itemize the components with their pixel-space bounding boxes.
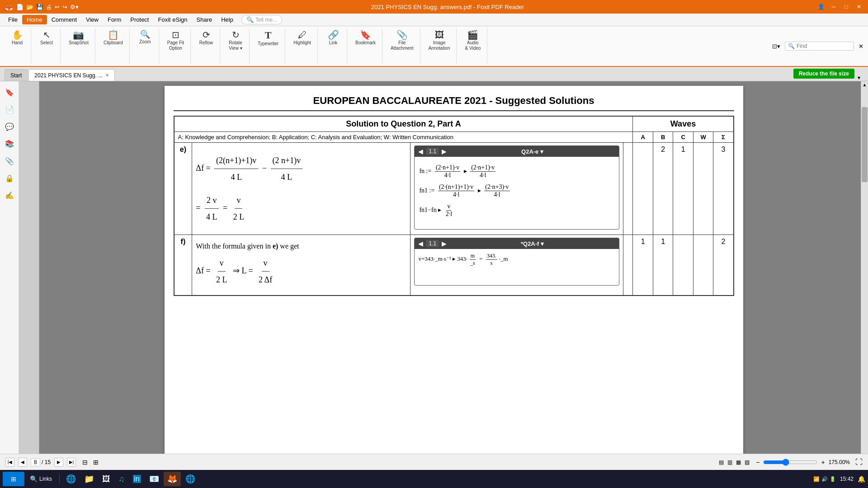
tab-dropdown-icon[interactable]: ▾ xyxy=(854,75,863,81)
title-settings[interactable]: ⚙▾ xyxy=(70,4,79,10)
view-spread-btn[interactable]: ▧ xyxy=(745,459,750,465)
scroll-up-btn[interactable]: ▲ xyxy=(861,81,868,88)
scroll-thumb[interactable] xyxy=(862,107,868,182)
search-button[interactable]: 🔍 Links xyxy=(25,472,57,486)
menu-file[interactable]: File xyxy=(4,15,22,24)
sidebar-security-icon[interactable]: 🔒 xyxy=(2,171,17,185)
reflow-btn[interactable]: ⟳ Reflow xyxy=(196,29,216,47)
menu-help[interactable]: Help xyxy=(217,15,238,24)
prev-page-btn[interactable]: ◀ xyxy=(18,458,27,467)
title-icon-undo[interactable]: ↩ xyxy=(55,4,60,10)
menu-view[interactable]: View xyxy=(81,15,103,24)
page-viewer[interactable]: EUROPEAN BACCALAUREATE 2021 - Suggested … xyxy=(39,81,868,470)
view-scroll-btn[interactable]: ▦ xyxy=(736,459,741,465)
highlight-icon: 🖊 xyxy=(298,30,307,39)
view-settings-icon[interactable]: ⊡▾ xyxy=(772,43,780,50)
sidebar-comment-icon[interactable]: 💬 xyxy=(2,119,17,134)
sidebar-bookmark-icon[interactable]: 🔖 xyxy=(2,85,17,99)
bookmark-btn[interactable]: 🔖 Bookmark xyxy=(353,29,378,47)
view-page-btn[interactable]: ⊞ xyxy=(93,459,99,466)
sidebar-signature-icon[interactable]: ✍ xyxy=(2,188,17,202)
taskbar-photos[interactable]: 🖼 xyxy=(99,472,114,486)
highlight-btn[interactable]: 🖊 Highlight xyxy=(291,29,314,47)
taskbar-sep-1 xyxy=(59,474,60,483)
link-btn[interactable]: 🔗 Link xyxy=(323,29,343,47)
taskbar-spotify[interactable]: ♫ xyxy=(115,472,128,486)
ribbon-group-imageannotation: 🖼 ImageAnnotation xyxy=(422,28,457,64)
ribbon-group-rotateview: ↻ RotateView ▾ xyxy=(222,28,250,64)
sound-icon[interactable]: 🔊 xyxy=(821,476,828,482)
title-icon-redo[interactable]: ↪ xyxy=(62,4,67,10)
tab-physics-label: 2021 PHYSICS EN Sugg. ... xyxy=(34,72,103,79)
scroll-track xyxy=(861,88,868,463)
menu-foxitesign[interactable]: Foxit eSign xyxy=(153,15,192,24)
title-icon-new[interactable]: 📄 xyxy=(16,4,24,10)
maximize-btn[interactable]: □ xyxy=(842,2,851,11)
ribbon-group-snapshot: 📷 SnapShot xyxy=(62,28,95,64)
reduce-file-size-btn[interactable]: Reduce the file size xyxy=(793,69,854,79)
fullscreen-btn[interactable]: ⛶ xyxy=(855,458,863,466)
account-icon[interactable]: 👤 xyxy=(816,2,826,11)
menu-protect[interactable]: Protect xyxy=(126,15,153,24)
sidebar-attachment-icon[interactable]: 📎 xyxy=(2,154,17,168)
cas-next-btn-f[interactable]: ▶ xyxy=(442,240,447,247)
clock[interactable]: 15:42 xyxy=(838,476,856,482)
find-close-icon[interactable]: ✕ xyxy=(859,43,863,50)
title-icon-open[interactable]: 📂 xyxy=(26,4,33,10)
next-page-btn[interactable]: ▶ xyxy=(54,458,63,467)
zoom-slider[interactable] xyxy=(763,459,817,466)
pdf-page: EUROPEAN BACCALAUREATE 2021 - Suggested … xyxy=(165,86,743,470)
explorer-icon: 📁 xyxy=(84,474,94,484)
taskbar-outlook[interactable]: 📧 xyxy=(146,472,163,486)
title-icon-print[interactable]: 🖨 xyxy=(46,4,52,10)
vertical-scrollbar[interactable]: ▲ ▼ xyxy=(861,81,868,470)
audiovideo-btn[interactable]: 🎬 Audio& Video xyxy=(462,29,483,52)
battery-icon[interactable]: 🔋 xyxy=(830,476,836,482)
taskbar-foxit[interactable]: 🦊 xyxy=(164,472,181,486)
sidebar-pages-icon[interactable]: 📄 xyxy=(2,102,17,117)
minimize-btn[interactable]: ─ xyxy=(829,2,838,11)
tab-close-icon[interactable]: ✕ xyxy=(105,73,109,78)
taskbar-explorer[interactable]: 📁 xyxy=(80,472,98,486)
typewriter-btn[interactable]: T Typewriter xyxy=(255,29,281,48)
cas-prev-btn-e[interactable]: ◀ xyxy=(418,148,423,155)
tab-physics[interactable]: 2021 PHYSICS EN Sugg. ... ✕ xyxy=(28,69,115,81)
zoom-plus-btn[interactable]: + xyxy=(821,459,825,466)
clipboard-btn[interactable]: 📋 Clipboard xyxy=(101,29,126,47)
close-btn[interactable]: ✕ xyxy=(854,2,863,11)
cas-prev-btn-f[interactable]: ◀ xyxy=(418,240,423,247)
start-button[interactable]: ⊞ xyxy=(3,472,24,486)
select-tool-btn[interactable]: ↖ Select xyxy=(37,29,57,47)
tell-me-input[interactable]: Tell me... xyxy=(255,17,277,23)
page-title: EUROPEAN BACCALAUREATE 2021 - Suggested … xyxy=(174,95,734,111)
taskbar-chrome2[interactable]: 🌐 xyxy=(182,472,199,486)
taskbar-linkedin[interactable]: in xyxy=(129,472,145,486)
view-two-btn[interactable]: ▥ xyxy=(727,459,732,465)
first-page-btn[interactable]: |◀ xyxy=(5,458,14,467)
find-input[interactable] xyxy=(797,43,851,49)
fileattachment-btn[interactable]: 📎 FileAttachment xyxy=(388,29,416,52)
taskbar-chrome[interactable]: 🌐 xyxy=(62,472,80,486)
title-icon-save[interactable]: 💾 xyxy=(36,4,43,10)
tab-start[interactable]: Start xyxy=(5,69,28,81)
sidebar-layers-icon[interactable]: 📚 xyxy=(2,136,17,151)
zoom-minus-btn[interactable]: − xyxy=(756,459,760,466)
hand-tool-btn[interactable]: ✋ Hand xyxy=(7,29,27,47)
outlook-icon: 📧 xyxy=(149,474,159,484)
page-panel-btn[interactable]: ⊟ xyxy=(82,459,88,466)
menu-form[interactable]: Form xyxy=(103,15,126,24)
rotateview-btn[interactable]: ↻ RotateView ▾ xyxy=(226,29,245,52)
current-page[interactable]: 8 xyxy=(31,458,40,466)
pagefit-btn[interactable]: ⊡ Page FitOption xyxy=(165,29,187,52)
menu-comment[interactable]: Comment xyxy=(47,15,81,24)
snapshot-btn[interactable]: 📷 SnapShot xyxy=(66,29,91,47)
menu-share[interactable]: Share xyxy=(192,15,217,24)
last-page-btn[interactable]: ▶| xyxy=(67,458,76,467)
cas-next-btn-e[interactable]: ▶ xyxy=(442,148,447,155)
menu-home[interactable]: Home xyxy=(22,15,47,24)
network-icon[interactable]: 📶 xyxy=(813,476,820,482)
zoom-btn[interactable]: 🔍 Zoom xyxy=(135,29,155,46)
view-single-btn[interactable]: ▤ xyxy=(719,459,724,465)
notification-icon[interactable]: 🔔 xyxy=(858,475,865,483)
imageannotation-btn[interactable]: 🖼 ImageAnnotation xyxy=(426,29,453,52)
